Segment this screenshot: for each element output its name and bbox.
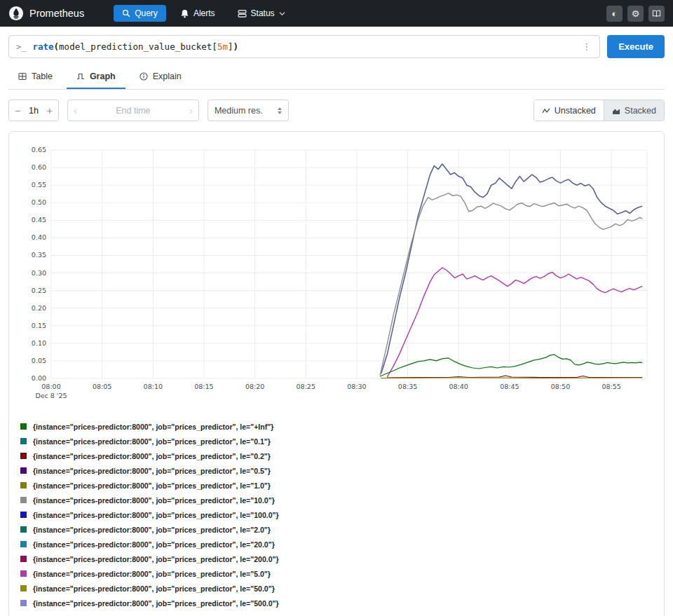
legend-swatch-icon: [20, 526, 27, 533]
legend-swatch-icon: [20, 512, 27, 518]
theme-toggle-button[interactable]: ◐: [606, 6, 623, 22]
nav-items: Query Alerts Status: [114, 5, 293, 22]
legend-label: {instance="prices-predictor:8000", job="…: [33, 437, 271, 446]
svg-text:08:15: 08:15: [194, 383, 213, 390]
legend-item[interactable]: {instance="prices-predictor:8000", job="…: [19, 566, 654, 581]
tab-graph[interactable]: Graph: [67, 65, 125, 89]
legend-item[interactable]: {instance="prices-predictor:8000", job="…: [19, 507, 654, 522]
end-time-input[interactable]: End time: [116, 106, 150, 116]
legend-item[interactable]: {instance="prices-predictor:8000", job="…: [19, 552, 654, 566]
legend-item[interactable]: {instance="prices-predictor:8000", job="…: [19, 493, 654, 507]
brand-title: Prometheus: [29, 8, 84, 19]
unstacked-label: Unstacked: [555, 106, 596, 116]
legend-label: {instance="prices-predictor:8000", job="…: [33, 452, 271, 460]
stacked-label: Stacked: [625, 106, 656, 116]
prompt-icon: >_: [16, 42, 26, 52]
resolution-select[interactable]: Medium res.: [208, 100, 289, 121]
legend-swatch-icon: [20, 467, 27, 474]
legend-label: {instance="prices-predictor:8000", job="…: [33, 526, 271, 534]
prometheus-logo-icon: [8, 6, 24, 21]
duration-value[interactable]: 1h: [26, 106, 41, 116]
tab-explain[interactable]: Explain: [130, 65, 191, 89]
legend-swatch-icon: [20, 423, 27, 430]
gear-icon: ⚙: [632, 8, 640, 19]
legend-label: {instance="prices-predictor:8000", job="…: [33, 423, 273, 431]
legend-item[interactable]: {instance="prices-predictor:8000", job="…: [19, 419, 654, 434]
token-function: rate: [32, 41, 53, 52]
svg-text:08:35: 08:35: [398, 383, 417, 390]
svg-text:08:40: 08:40: [449, 383, 468, 390]
legend-swatch-icon: [20, 541, 27, 547]
legend-swatch-icon: [20, 438, 27, 444]
nav-query-button[interactable]: Query: [114, 5, 166, 22]
svg-text:0.40: 0.40: [32, 233, 46, 241]
tab-explain-label: Explain: [153, 71, 182, 81]
svg-text:08:05: 08:05: [93, 383, 111, 390]
svg-text:0.20: 0.20: [32, 304, 46, 312]
legend-item[interactable]: {instance="prices-predictor:8000", job="…: [19, 434, 654, 449]
docs-button[interactable]: [648, 6, 665, 22]
legend-label: {instance="prices-predictor:8000", job="…: [33, 481, 271, 490]
graph-chart[interactable]: 08:0008:0508:1008:1508:2008:2508:3008:35…: [19, 142, 651, 406]
svg-text:0.10: 0.10: [32, 339, 46, 347]
nav-status-item[interactable]: Status: [229, 5, 294, 22]
duration-stepper: − 1h +: [8, 100, 59, 121]
svg-text:08:50: 08:50: [551, 383, 570, 390]
legend-label: {instance="prices-predictor:8000", job="…: [33, 511, 279, 519]
svg-text:0.50: 0.50: [32, 198, 46, 206]
svg-text:0.05: 0.05: [32, 357, 46, 364]
legend-label: {instance="prices-predictor:8000", job="…: [33, 467, 271, 475]
navbar: Prometheus Query Alerts Status ◐ ⚙: [0, 0, 673, 27]
token-metric: model_prediction_value_bucket: [59, 41, 212, 52]
query-input[interactable]: >_ rate(model_prediction_value_bucket[5m…: [8, 35, 600, 58]
svg-text:08:55: 08:55: [601, 383, 620, 390]
execute-button[interactable]: Execute: [607, 35, 665, 58]
graph-controls: − 1h + ‹ End time › Medium res. Unstacke…: [8, 100, 665, 121]
stacked-button[interactable]: Stacked: [604, 100, 664, 121]
settings-button[interactable]: ⚙: [627, 6, 644, 22]
svg-text:0.45: 0.45: [32, 216, 46, 224]
select-chevrons-icon: [278, 107, 282, 114]
svg-text:08:25: 08:25: [297, 383, 315, 390]
legend-item[interactable]: {instance="prices-predictor:8000", job="…: [19, 596, 654, 610]
search-icon: [122, 9, 130, 18]
chevron-down-icon: [279, 11, 285, 16]
legend-label: {instance="prices-predictor:8000", job="…: [33, 584, 275, 593]
svg-text:0.00: 0.00: [32, 374, 46, 382]
line-chart-icon: [542, 107, 550, 115]
graph-icon: [76, 72, 85, 81]
next-time-button[interactable]: ›: [189, 104, 193, 116]
nav-status-label: Status: [251, 8, 275, 18]
legend-swatch-icon: [20, 585, 27, 591]
svg-text:Dec 8 '25: Dec 8 '25: [35, 392, 67, 399]
stack-icon: [238, 9, 247, 18]
svg-text:0.25: 0.25: [32, 287, 46, 294]
tab-table[interactable]: Table: [8, 65, 62, 89]
legend-item[interactable]: {instance="prices-predictor:8000", job="…: [19, 478, 654, 493]
book-icon: [652, 9, 661, 18]
legend-swatch-icon: [20, 556, 27, 562]
unstacked-button[interactable]: Unstacked: [534, 100, 604, 121]
graph-panel: 08:0008:0508:1008:1508:2008:2508:3008:35…: [8, 131, 665, 616]
legend-item[interactable]: {instance="prices-predictor:8000", job="…: [19, 522, 654, 537]
end-time-control: ‹ End time ›: [67, 100, 199, 121]
duration-increase-button[interactable]: +: [41, 105, 58, 116]
legend-item[interactable]: {instance="prices-predictor:8000", job="…: [19, 449, 654, 463]
svg-text:0.15: 0.15: [32, 322, 46, 329]
bell-icon: [180, 9, 189, 18]
legend-item[interactable]: {instance="prices-predictor:8000", job="…: [19, 537, 654, 552]
legend-swatch-icon: [20, 600, 27, 606]
info-icon: [140, 72, 148, 81]
query-options-icon[interactable]: ⋮: [580, 41, 592, 52]
legend-label: {instance="prices-predictor:8000", job="…: [33, 496, 275, 505]
prev-time-button[interactable]: ‹: [74, 104, 77, 116]
brand[interactable]: Prometheus: [8, 6, 84, 21]
svg-text:0.60: 0.60: [32, 163, 46, 171]
duration-decrease-button[interactable]: −: [9, 105, 26, 116]
svg-text:08:45: 08:45: [500, 383, 519, 390]
legend-swatch-icon: [20, 482, 27, 488]
legend-item[interactable]: {instance="prices-predictor:8000", job="…: [19, 463, 654, 478]
legend-item[interactable]: {instance="prices-predictor:8000", job="…: [19, 581, 654, 596]
nav-query-label: Query: [135, 8, 158, 18]
nav-alerts-item[interactable]: Alerts: [172, 5, 224, 22]
